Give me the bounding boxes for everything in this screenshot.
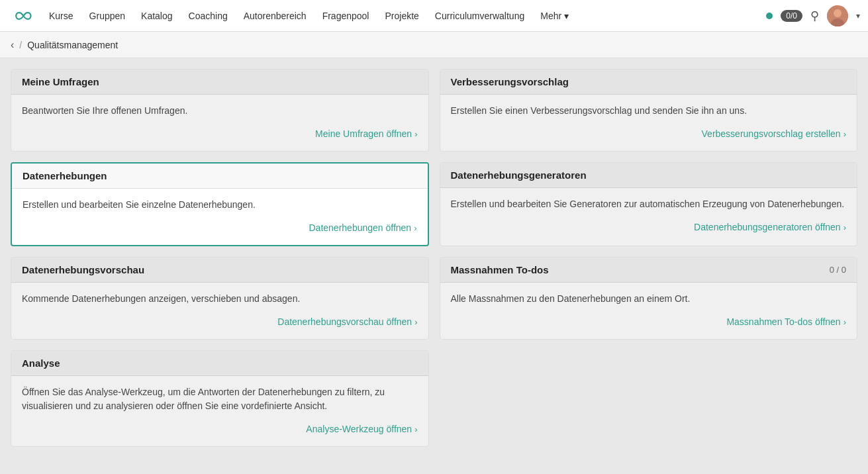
card-datenerhebungen: Datenerhebungen Erstellen und bearbeiten… — [11, 162, 429, 246]
nav-coaching[interactable]: Coaching — [182, 7, 234, 25]
nav-projekte[interactable]: Projekte — [378, 7, 425, 25]
datenerhebungen-link[interactable]: Datenerhebungen öffnen › — [309, 222, 417, 233]
breadcrumb-back-button[interactable]: ‹ — [11, 39, 14, 51]
main-content: Meine Umfragen Beantworten Sie Ihre offe… — [0, 58, 868, 457]
card-verbesserungsvorschlag-link-container: Verbesserungsvorschlag erstellen › — [451, 126, 847, 144]
user-dropdown-icon[interactable]: ▾ — [856, 11, 860, 21]
nav-fragenpool[interactable]: Fragenpool — [316, 7, 376, 25]
card-datenerhebungsgeneratoren: Datenerhebungsgeneratoren Erstellen und … — [440, 162, 858, 246]
avatar-image — [827, 5, 848, 26]
card-verbesserungsvorschlag-body: Erstellen Sie einen Verbesserungsvorschl… — [440, 95, 857, 151]
chevron-right-icon: › — [844, 317, 846, 327]
card-datenerhebungsgeneratoren-body: Erstellen und bearbeiten Sie Generatoren… — [440, 188, 857, 244]
card-datenerhebungen-header: Datenerhebungen — [12, 164, 428, 189]
svg-point-1 — [834, 9, 842, 17]
card-massnahmen-todos-desc: Alle Massnahmen zu den Datenerhebungen a… — [451, 292, 847, 306]
card-analyse-link-container: Analyse-Werkzeug öffnen › — [22, 421, 418, 440]
card-datenerhebungsvorschau-desc: Kommende Datenerhebungen anzeigen, versc… — [22, 292, 418, 306]
chevron-right-icon: › — [414, 129, 417, 139]
mehr-chevron-icon: ▾ — [564, 11, 569, 21]
card-datenerhebungsvorschau-body: Kommende Datenerhebungen anzeigen, versc… — [11, 283, 428, 339]
breadcrumb-separator: / — [19, 40, 22, 50]
card-datenerhebungsgeneratoren-link-container: Datenerhebungsgeneratoren öffnen › — [451, 219, 847, 238]
chevron-right-icon: › — [414, 317, 417, 327]
card-analyse-title: Analyse — [22, 357, 60, 369]
card-meine-umfragen-title: Meine Umfragen — [22, 76, 99, 87]
massnahmen-todos-link[interactable]: Massnahmen To-dos öffnen › — [726, 316, 846, 327]
card-analyse-desc: Öffnen Sie das Analyse-Werkzeug, um die … — [22, 385, 418, 413]
logo[interactable] — [8, 8, 32, 24]
card-verbesserungsvorschlag-desc: Erstellen Sie einen Verbesserungsvorschl… — [451, 104, 847, 118]
nav-kurse[interactable]: Kurse — [42, 7, 80, 25]
breadcrumb-current-page: Qualitätsmanagement — [27, 40, 118, 50]
card-datenerhebungsgeneratoren-header: Datenerhebungsgeneratoren — [440, 163, 857, 188]
card-meine-umfragen-link-container: Meine Umfragen öffnen › — [22, 126, 418, 144]
card-verbesserungsvorschlag-header: Verbesserungsvorschlag — [440, 70, 857, 95]
chevron-right-icon: › — [414, 223, 416, 233]
avatar[interactable] — [827, 5, 848, 26]
card-datenerhebungen-desc: Erstellen und bearbeiten Sie einzelne Da… — [23, 198, 417, 212]
card-datenerhebungsvorschau: Datenerhebungsvorschau Kommende Datenerh… — [11, 257, 429, 340]
chevron-right-icon: › — [844, 222, 846, 232]
nav-mehr[interactable]: Mehr ▾ — [534, 7, 575, 25]
nav-autorenbereich[interactable]: Autorenbereich — [237, 7, 313, 25]
card-verbesserungsvorschlag-title: Verbesserungsvorschlag — [451, 76, 569, 87]
card-massnahmen-todos-title: Massnahmen To-dos — [451, 264, 549, 275]
card-meine-umfragen-desc: Beantworten Sie Ihre offenen Umfragen. — [22, 104, 418, 118]
datenerhebungsgeneratoren-link[interactable]: Datenerhebungsgeneratoren öffnen › — [694, 222, 846, 232]
card-datenerhebungsgeneratoren-desc: Erstellen und bearbeiten Sie Generatoren… — [451, 197, 847, 211]
nav-right: 0/0 ⚲ ▾ — [766, 5, 860, 26]
massnahmen-todos-badge: 0 / 0 — [830, 265, 846, 275]
nav-katalog[interactable]: Katalog — [134, 7, 179, 25]
chevron-right-icon: › — [414, 424, 417, 434]
card-analyse: Analyse Öffnen Sie das Analyse-Werkzeug,… — [11, 350, 429, 447]
card-meine-umfragen-body: Beantworten Sie Ihre offenen Umfragen. M… — [11, 95, 428, 151]
card-datenerhebungen-body: Erstellen und bearbeiten Sie einzelne Da… — [12, 189, 428, 245]
status-indicator — [766, 13, 773, 19]
search-icon[interactable]: ⚲ — [810, 9, 819, 23]
card-meine-umfragen: Meine Umfragen Beantworten Sie Ihre offe… — [11, 69, 429, 152]
card-analyse-header: Analyse — [11, 351, 428, 376]
nav-links: Kurse Gruppen Katalog Coaching Autorenbe… — [42, 7, 766, 25]
card-datenerhebungen-link-container: Datenerhebungen öffnen › — [23, 220, 417, 238]
card-verbesserungsvorschlag: Verbesserungsvorschlag Erstellen Sie ein… — [440, 69, 858, 152]
card-meine-umfragen-header: Meine Umfragen — [11, 70, 428, 95]
nav-gruppen[interactable]: Gruppen — [83, 7, 132, 25]
card-datenerhebungsgeneratoren-title: Datenerhebungsgeneratoren — [451, 169, 587, 181]
score-badge: 0/0 — [781, 10, 802, 22]
card-massnahmen-todos-link-container: Massnahmen To-dos öffnen › — [451, 314, 847, 332]
top-navigation: Kurse Gruppen Katalog Coaching Autorenbe… — [0, 0, 868, 32]
card-massnahmen-todos: Massnahmen To-dos 0 / 0 Alle Massnahmen … — [440, 257, 858, 340]
card-datenerhebungsvorschau-header: Datenerhebungsvorschau — [11, 258, 428, 283]
chevron-right-icon: › — [844, 129, 846, 139]
card-datenerhebungsvorschau-title: Datenerhebungsvorschau — [22, 264, 144, 275]
analyse-link[interactable]: Analyse-Werkzeug öffnen › — [306, 424, 417, 434]
card-datenerhebungen-title: Datenerhebungen — [23, 170, 107, 181]
breadcrumb: ‹ / Qualitätsmanagement — [0, 32, 868, 58]
datenerhebungsvorschau-link[interactable]: Datenerhebungsvorschau öffnen › — [277, 316, 417, 327]
meine-umfragen-link[interactable]: Meine Umfragen öffnen › — [315, 128, 417, 139]
verbesserungsvorschlag-link[interactable]: Verbesserungsvorschlag erstellen › — [702, 128, 846, 139]
card-massnahmen-todos-header: Massnahmen To-dos 0 / 0 — [440, 258, 857, 283]
card-massnahmen-todos-body: Alle Massnahmen zu den Datenerhebungen a… — [440, 283, 857, 339]
card-analyse-body: Öffnen Sie das Analyse-Werkzeug, um die … — [11, 376, 428, 446]
nav-curriculumverwaltung[interactable]: Curriculumverwaltung — [428, 7, 531, 25]
card-datenerhebungsvorschau-link-container: Datenerhebungsvorschau öffnen › — [22, 314, 418, 332]
